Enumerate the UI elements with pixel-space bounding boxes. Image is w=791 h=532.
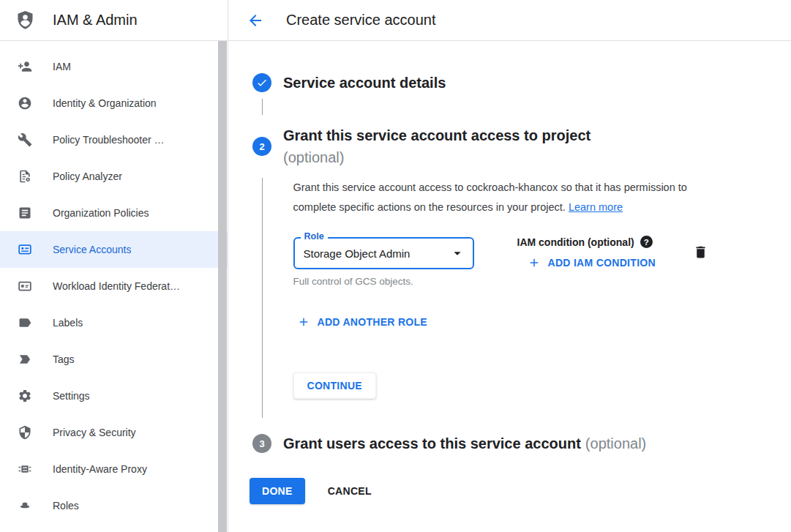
sidebar-item-iam[interactable]: IAM — [0, 48, 228, 85]
step-2-description-text: Grant this service account access to coc… — [293, 181, 687, 213]
service-account-icon — [18, 242, 32, 257]
sidebar-item-privacy-security[interactable]: Privacy & Security — [0, 414, 228, 451]
sidebar-item-label: IAM — [53, 61, 71, 72]
sidebar-item-label: Labels — [53, 317, 83, 329]
help-icon[interactable]: ? — [640, 236, 653, 248]
sidebar-item-label: Tags — [53, 353, 75, 365]
hat-icon — [18, 498, 32, 513]
step-3-title: Grant users access to this service accou… — [283, 432, 581, 454]
iam-condition-block: IAM condition (optional) ? ADD IAM CONDI… — [517, 236, 656, 269]
delete-role-button[interactable] — [691, 244, 709, 262]
step-2-heading: Grant this service account access to pro… — [283, 124, 591, 168]
sidebar-item-labels[interactable]: Labels — [0, 304, 228, 341]
step-3-grant-users-access: 3 Grant users access to this service acc… — [252, 432, 791, 454]
account-circle-icon — [18, 96, 32, 110]
top-bar: IAM & Admin Create service account — [0, 0, 791, 41]
sidebar-item-workload-identity-federat[interactable]: Workload Identity Federat… — [0, 268, 228, 304]
step-2-body: Grant this service account access to coc… — [262, 178, 791, 418]
iam-condition-label: IAM condition (optional) — [517, 236, 634, 248]
sidebar-item-organization-policies[interactable]: Organization Policies — [0, 195, 228, 231]
cancel-button[interactable]: CANCEL — [328, 485, 372, 497]
page-header: Create service account — [228, 0, 791, 40]
sidebar-item-label: Identity & Organization — [53, 97, 157, 109]
sidebar-item-label: Settings — [53, 390, 90, 402]
sidebar-item-identity-aware-proxy[interactable]: Identity-Aware Proxy — [0, 451, 228, 487]
sidebar-item-label: Workload Identity Federat… — [53, 280, 180, 292]
add-iam-condition-label: ADD IAM CONDITION — [548, 257, 656, 269]
main-content: Service account details 2 Grant this ser… — [228, 41, 791, 532]
sidebar-item-label: Identity-Aware Proxy — [53, 463, 147, 475]
step-1-service-account-details: Service account details — [252, 73, 791, 92]
step-3-optional-label: (optional) — [585, 432, 646, 454]
sidebar-item-label: Privacy & Security — [53, 427, 136, 438]
shield-half-icon — [18, 425, 32, 440]
tag-arrow-icon — [18, 352, 32, 367]
badge-card-icon — [18, 279, 32, 293]
step-1-title: Service account details — [283, 73, 446, 92]
product-title: IAM & Admin — [53, 12, 138, 29]
plus-icon — [528, 256, 541, 269]
sidebar-item-label: Organization Policies — [53, 207, 149, 219]
add-another-role-button[interactable]: ADD ANOTHER ROLE — [297, 315, 791, 329]
sidebar-item-list: IAM Identity & Organization Policy Troub… — [0, 48, 228, 524]
sidebar-scrollbar[interactable] — [218, 41, 227, 532]
step-2-title: Grant this service account access to pro… — [283, 124, 591, 146]
add-another-role-label: ADD ANOTHER ROLE — [318, 316, 428, 328]
page-title: Create service account — [286, 12, 436, 29]
sidebar-item-settings[interactable]: Settings — [0, 378, 228, 414]
step-1-complete-check-icon — [252, 73, 271, 92]
label-tag-icon — [18, 315, 32, 330]
sidebar-item-roles[interactable]: Roles — [0, 487, 228, 524]
sidebar-item-policy-troubleshooter[interactable]: Policy Troubleshooter … — [0, 121, 228, 158]
person-add-icon — [18, 59, 32, 74]
role-selected-value: Storage Object Admin — [304, 247, 449, 260]
step-2-description: Grant this service account access to coc… — [293, 178, 724, 217]
role-field-label: Role — [301, 231, 328, 242]
sidebar-nav: IAM Identity & Organization Policy Troub… — [0, 41, 228, 532]
dropdown-caret-icon — [449, 245, 465, 261]
form-actions: DONE CANCEL — [250, 478, 791, 504]
document-gear-icon — [18, 169, 32, 184]
sidebar-item-policy-analyzer[interactable]: Policy Analyzer — [0, 158, 228, 195]
add-iam-condition-button[interactable]: ADD IAM CONDITION — [517, 256, 656, 269]
continue-button[interactable]: CONTINUE — [293, 372, 377, 399]
step-2-optional-label: (optional) — [283, 146, 591, 168]
wrench-icon — [18, 132, 32, 147]
proxy-grid-icon — [18, 462, 32, 476]
back-arrow-icon — [247, 12, 264, 29]
step-2-number-badge: 2 — [252, 137, 271, 156]
create-service-account-page: IAM & Admin Create service account IAM I… — [0, 0, 791, 532]
role-helper-text: Full control of GCS objects. — [293, 276, 474, 287]
learn-more-link[interactable]: Learn more — [569, 201, 623, 213]
iam-admin-shield-icon — [15, 10, 36, 31]
sidebar-item-label: Policy Analyzer — [53, 171, 122, 182]
sidebar-item-service-accounts[interactable]: Service Accounts — [0, 231, 228, 268]
sidebar-item-label: Roles — [53, 500, 79, 512]
role-field: Storage Object Admin Role Full control o… — [293, 237, 474, 287]
gear-icon — [18, 389, 32, 403]
plus-icon — [297, 315, 310, 329]
sidebar-item-tags[interactable]: Tags — [0, 341, 228, 378]
done-button[interactable]: DONE — [250, 478, 305, 504]
step-connector-line — [262, 99, 263, 115]
step-3-heading: Grant users access to this service accou… — [283, 432, 646, 454]
article-icon — [18, 206, 32, 220]
back-button[interactable] — [246, 11, 265, 30]
sidebar-item-identity-organization[interactable]: Identity & Organization — [0, 85, 228, 121]
role-row: Storage Object Admin Role Full control o… — [293, 237, 791, 287]
product-brand: IAM & Admin — [0, 0, 228, 40]
trash-icon — [693, 244, 708, 260]
sidebar-item-label: Service Accounts — [53, 244, 131, 255]
sidebar-item-label: Policy Troubleshooter … — [53, 134, 165, 146]
step-3-number-badge: 3 — [252, 434, 271, 453]
step-2-grant-access: 2 Grant this service account access to p… — [252, 124, 791, 168]
